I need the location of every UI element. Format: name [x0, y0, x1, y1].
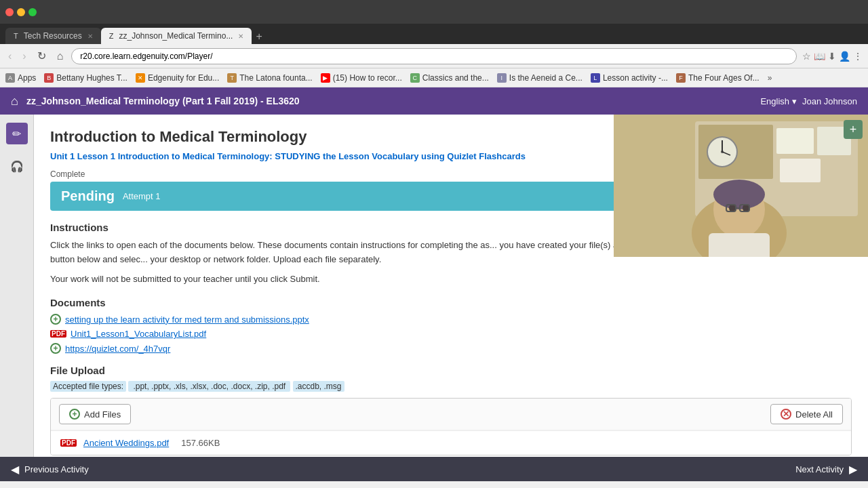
tab-label: Tech Resources [24, 31, 82, 41]
tab-tech-resources[interactable]: T Tech Resources ✕ [5, 28, 101, 44]
bookmark-apps[interactable]: A Apps [5, 73, 36, 83]
tab-label: zz_Johnson_Medical Termino... [119, 31, 233, 41]
bookmark-label: Is the Aeneid a Ce... [509, 73, 583, 83]
bettany-favicon: B [44, 73, 54, 83]
bookmark-label: Lesson activity -... [603, 73, 668, 83]
doc-item-pdf: PDF Unit1_Lesson1_VocabularyList.pdf [50, 329, 852, 339]
app-title: zz_Johnson_Medical Terminology (Part 1 F… [26, 96, 300, 106]
accepted-file-types: Accepted file types: .ppt, .pptx, .xls, … [50, 382, 852, 391]
bookmark-youtube[interactable]: ▶ (15) How to recor... [321, 73, 402, 83]
minimize-button[interactable] [17, 8, 25, 16]
profile-icon[interactable]: 👤 [839, 51, 850, 62]
latona-favicon: T [227, 73, 237, 83]
lesson-favicon: L [591, 73, 600, 83]
svg-rect-9 [780, 159, 821, 182]
file-size: 157.66KB [181, 438, 220, 448]
video-overlay [614, 115, 868, 257]
doc-link-quizlet[interactable]: https://quizlet.com/_4h7vqr [65, 344, 170, 354]
prev-label: Previous Activity [24, 464, 89, 474]
home-button[interactable]: ⌂ [54, 49, 66, 64]
edgenuity-favicon: ✕ [136, 73, 145, 83]
tab-bar: T Tech Resources ✕ Z zz_Johnson_Medical … [0, 24, 868, 44]
language-selector[interactable]: English ▾ [760, 96, 797, 106]
file-upload-section: File Upload Accepted file types: .ppt, .… [50, 365, 852, 455]
user-name: Joan Johnson [802, 96, 857, 106]
forward-button[interactable]: › [20, 49, 28, 64]
bookmark-lesson[interactable]: L Lesson activity -... [591, 73, 668, 83]
doc-item-quizlet: + https://quizlet.com/_4h7vqr [50, 343, 852, 354]
bottom-nav: ◀ Previous Activity Next Activity ▶ [0, 457, 868, 481]
upload-box: + Add Files ✕ Delete All PDF Ancient Wed… [50, 398, 852, 455]
bookmark-star-icon[interactable]: ☆ [802, 51, 811, 62]
prev-arrow-icon: ◀ [11, 463, 19, 476]
bookmark-label: The Latona founta... [239, 73, 312, 83]
tab-close-icon[interactable]: ✕ [238, 33, 243, 40]
yt-favicon: ▶ [321, 73, 330, 83]
new-tab-button[interactable]: + [252, 29, 266, 44]
tab-edgenuity[interactable]: Z zz_Johnson_Medical Termino... ✕ [101, 28, 252, 44]
bookmark-classics[interactable]: C Classics and the... [410, 73, 489, 83]
bookmark-aeneid[interactable]: I Is the Aeneid a Ce... [497, 73, 583, 83]
file-upload-title: File Upload [50, 365, 852, 376]
doc-link-pptx[interactable]: setting up the learn activity for med te… [65, 314, 309, 325]
doc-icon-link: + [50, 343, 61, 354]
downloads-icon[interactable]: ⬇ [828, 51, 836, 62]
previous-activity-button[interactable]: ◀ Previous Activity [11, 463, 89, 476]
bookmark-four-ages[interactable]: F The Four Ages Of... [676, 73, 760, 83]
bookmark-label: (15) How to recor... [333, 73, 402, 83]
file-name-link[interactable]: Ancient Weddings.pdf [83, 438, 169, 448]
delete-all-button[interactable]: ✕ Delete All [770, 404, 843, 424]
next-arrow-icon: ▶ [849, 463, 857, 476]
instructions-text2: Your work will not be submitted to your … [50, 272, 852, 287]
next-activity-button[interactable]: Next Activity ▶ [795, 463, 857, 476]
bookmark-label: Apps [18, 73, 36, 83]
next-label: Next Activity [795, 464, 844, 474]
app-header-left: ⌂ zz_Johnson_Medical Terminology (Part 1… [11, 94, 300, 108]
close-button[interactable] [5, 8, 14, 16]
bookmark-edgenuity[interactable]: ✕ Edgenuity for Edu... [136, 73, 219, 83]
classics-favicon: C [410, 73, 420, 83]
upload-actions: + Add Files ✕ Delete All [51, 399, 851, 430]
address-input[interactable] [71, 48, 797, 64]
add-files-button[interactable]: + Add Files [59, 404, 131, 424]
language-label: English [760, 96, 789, 106]
sidebar-item-edit[interactable]: ✏ [6, 123, 28, 144]
svg-point-12 [713, 180, 765, 209]
doc-icon-pptx: + [50, 314, 61, 325]
add-files-icon: + [69, 409, 80, 420]
bookmark-label: Bettany Hughes T... [56, 73, 127, 83]
add-files-label: Add Files [84, 409, 121, 420]
bookmarks-bar: A Apps B Bettany Hughes T... ✕ Edgenuity… [0, 68, 868, 87]
maximize-button[interactable] [28, 8, 37, 16]
doc-icon-pdf: PDF [50, 330, 66, 338]
app-header: ⌂ zz_Johnson_Medical Terminology (Part 1… [0, 87, 868, 115]
browser-icons: ☆ 📖 ⬇ 👤 ⋮ [802, 51, 863, 62]
browser-chrome [0, 0, 868, 24]
bookmark-label: Classics and the... [422, 73, 489, 83]
video-feed [614, 115, 868, 257]
plus-button[interactable]: + [844, 120, 863, 139]
tab-close-icon[interactable]: ✕ [87, 33, 93, 40]
back-button[interactable]: ‹ [5, 49, 14, 64]
delete-all-label: Delete All [795, 409, 833, 420]
app-home-icon[interactable]: ⌂ [11, 94, 18, 108]
bookmark-bettany[interactable]: B Bettany Hughes T... [44, 73, 127, 83]
sidebar-item-audio[interactable]: 🎧 [6, 155, 28, 177]
doc-link-pdf[interactable]: Unit1_Lesson1_VocabularyList.pdf [71, 329, 206, 339]
accepted-types-label: Accepted file types: [50, 381, 126, 392]
bookmark-label: The Four Ages Of... [688, 73, 760, 83]
menu-icon[interactable]: ⋮ [853, 51, 863, 62]
refresh-button[interactable]: ↻ [35, 48, 49, 64]
bookmarks-more-icon[interactable]: » [768, 73, 772, 83]
bookmark-label: Edgenuity for Edu... [148, 73, 219, 83]
address-bar-row: ‹ › ↻ ⌂ ☆ 📖 ⬇ 👤 ⋮ [0, 44, 868, 68]
reading-list-icon[interactable]: 📖 [814, 51, 825, 62]
attempt-badge: Attempt 1 [123, 191, 161, 201]
bookmark-latona[interactable]: T The Latona founta... [227, 73, 312, 83]
svg-rect-18 [709, 233, 770, 257]
documents-section: Documents + setting up the learn activit… [50, 297, 852, 354]
language-chevron-icon: ▾ [792, 96, 797, 106]
main-area: ✏ 🎧 + [0, 115, 868, 457]
video-content [614, 115, 868, 257]
fourages-favicon: F [676, 73, 686, 83]
